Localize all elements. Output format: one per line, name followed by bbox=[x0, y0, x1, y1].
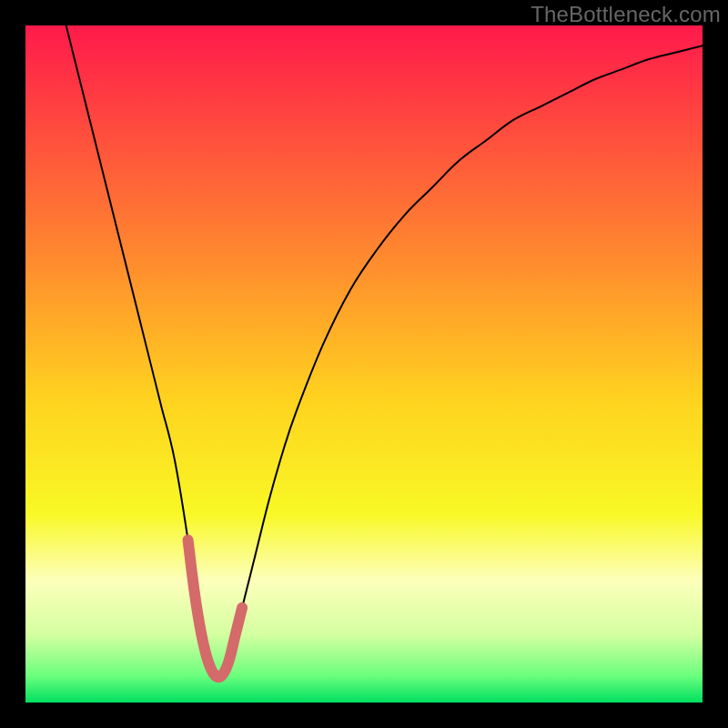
chart-plot-area bbox=[25, 25, 703, 703]
chart-frame: TheBottleneck.com bbox=[0, 0, 728, 728]
chart-svg bbox=[25, 25, 703, 703]
chart-background bbox=[25, 25, 703, 703]
watermark-text: TheBottleneck.com bbox=[531, 2, 721, 27]
